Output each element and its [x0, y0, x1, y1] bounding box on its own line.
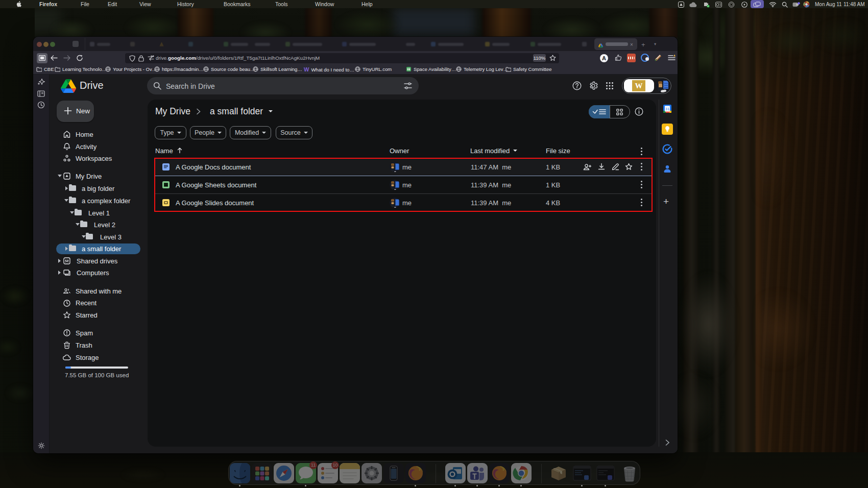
- svg-text:31: 31: [665, 107, 670, 111]
